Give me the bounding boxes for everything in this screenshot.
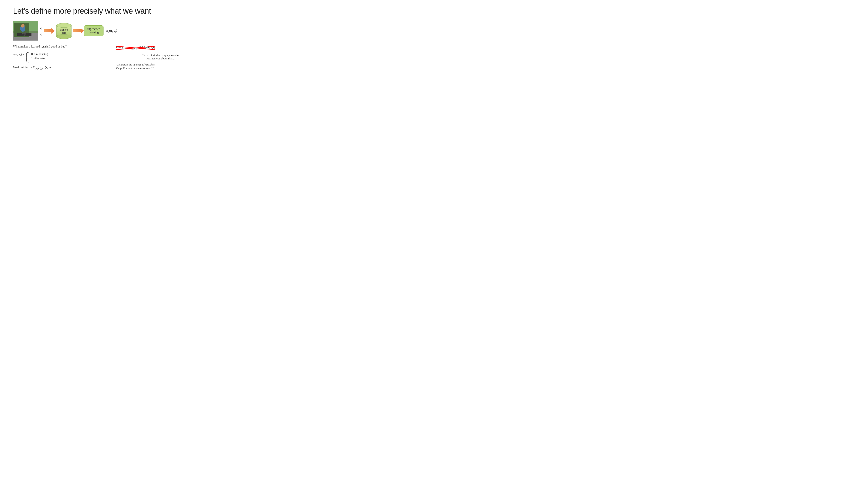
note-text: Note: I started mixing up s and o I warn… [116,53,204,60]
obs-a-label: at [40,31,42,37]
diagram-row: ot at [13,21,204,40]
svg-point-5 [21,24,25,28]
content-area: What makes a learned πθ(at|ot) good or b… [13,45,204,70]
cost-function: c(st, at) = 0 if at = π⋆(st) 1 otherwise [13,52,110,63]
arrow-1 [44,28,55,34]
training-data-box: training data [55,23,73,39]
case-2: 1 otherwise [31,57,48,60]
formula-text: maxθ Eo,a∼pdata(ot)[log πθ(at|ot)] [116,45,155,50]
supervised-label: supervisedlearning [87,27,100,34]
question-line: What makes a learned πθ(at|ot) good or b… [13,45,110,49]
strikethrough-formula: maxθ Eo,a∼pdata(ot)[log πθ(at|ot)] [116,45,204,50]
quote-text: "Minimize the number of mistakes the pol… [116,63,204,70]
truck-image [13,21,38,40]
case-1: 0 if at = π⋆(st) [31,52,48,56]
page-title: Let’s define more precisely what we want [13,6,204,15]
arrow-2 [73,28,84,34]
svg-text:training: training [60,28,68,31]
brace-cases: 0 if at = π⋆(st) 1 otherwise [31,52,48,60]
svg-text:data: data [61,31,66,34]
supervised-learning-box: supervisedlearning [84,25,103,36]
slide: Let’s define more precisely what we want [0,0,217,122]
cost-label: c(st, at) = [13,53,24,57]
observations-labels: ot at [40,25,42,37]
pi-theta-formula: πθ(at|ot) [106,29,117,33]
right-column: maxθ Eo,a∼pdata(ot)[log πθ(at|ot)] Note:… [114,45,204,70]
brace-icon [26,52,30,63]
left-column: What makes a learned πθ(at|ot) good or b… [13,45,110,70]
obs-o-label: ot [40,25,42,31]
goal-line: Goal: minimize Est∼pπθ(st)[c(st, at)] [13,66,110,70]
svg-marker-10 [44,28,55,34]
svg-marker-20 [73,28,84,34]
